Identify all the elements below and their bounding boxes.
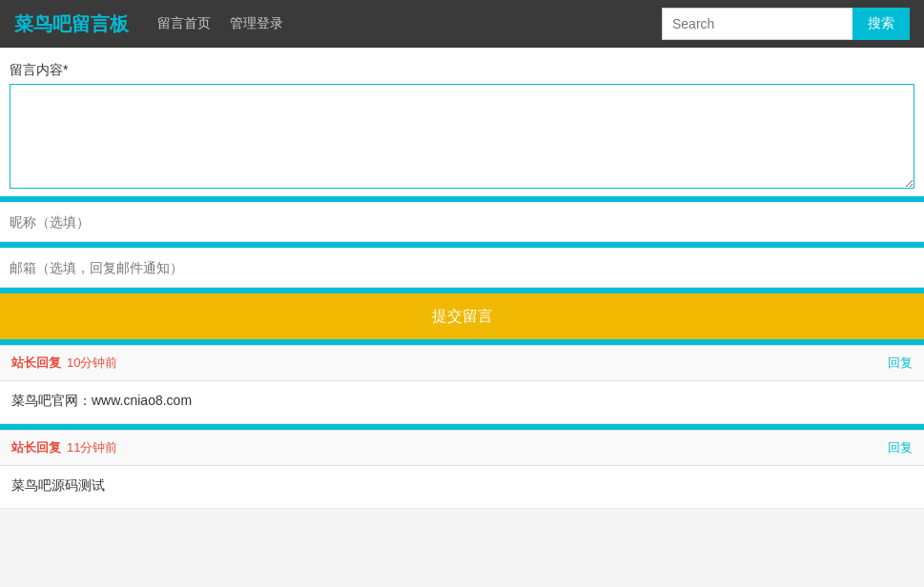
comment-time: 11分钟前 [67, 439, 117, 456]
comment-item: 站长回复 10分钟前 回复 菜鸟吧官网：www.cniao8.com [0, 345, 924, 424]
nav-admin[interactable]: 管理登录 [230, 15, 283, 32]
search-input[interactable] [662, 8, 852, 40]
brand-title: 菜鸟吧留言板 [14, 11, 129, 37]
comment-time: 10分钟前 [67, 354, 117, 372]
comment-item: 站长回复 11分钟前 回复 菜鸟吧源码测试 [0, 430, 924, 509]
form-section: 留言内容* [0, 48, 924, 196]
email-row [0, 248, 924, 288]
navbar: 菜鸟吧留言板 留言首页 管理登录 搜索 [0, 0, 924, 48]
comment-author: 站长回复 [11, 439, 61, 456]
main-content: 留言内容* 提交留言 站长回复 10分钟前 回复 菜鸟吧官网：www.cniao… [0, 48, 924, 509]
comment-author: 站长回复 [11, 354, 61, 372]
nav-home[interactable]: 留言首页 [157, 15, 211, 32]
comment-body: 菜鸟吧官网：www.cniao8.com [0, 381, 924, 423]
message-textarea[interactable] [10, 84, 914, 189]
comment-header: 站长回复 10分钟前 回复 [0, 345, 924, 381]
submit-button[interactable]: 提交留言 [0, 294, 924, 339]
reply-link[interactable]: 回复 [888, 354, 913, 372]
reply-link[interactable]: 回复 [888, 439, 913, 456]
comment-body: 菜鸟吧源码测试 [0, 466, 924, 508]
nickname-row [0, 202, 924, 242]
nickname-input[interactable] [0, 202, 924, 242]
search-section: 搜索 [662, 8, 910, 40]
comment-header: 站长回复 11分钟前 回复 [0, 430, 924, 466]
message-label: 留言内容* [10, 62, 914, 79]
nav-links: 留言首页 管理登录 [157, 15, 283, 32]
search-button[interactable]: 搜索 [852, 8, 910, 40]
email-input[interactable] [0, 248, 924, 288]
